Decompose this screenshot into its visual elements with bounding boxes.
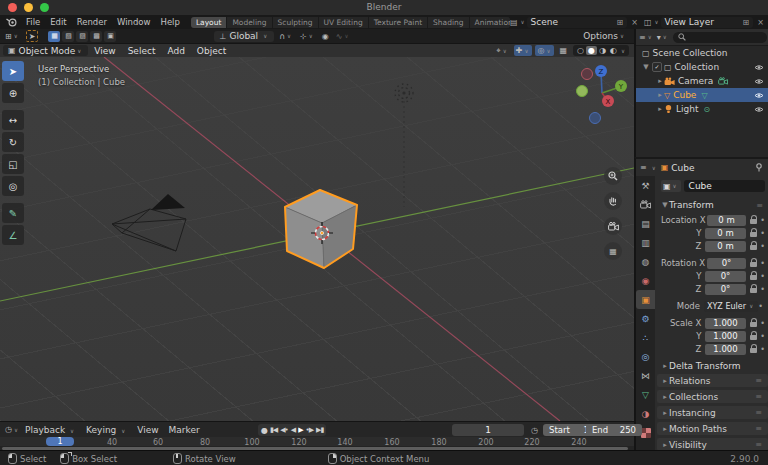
animate-dot[interactable]: •	[760, 216, 765, 225]
auto-keying-record-button[interactable]: ●	[261, 426, 267, 435]
scale-z-field[interactable]: 1.000	[705, 344, 745, 355]
timeline-editor-icon[interactable]: ◷	[5, 425, 12, 434]
annotate-tool-button[interactable]: ✎	[2, 203, 24, 223]
workspace-tab-animation[interactable]: Animation	[470, 17, 510, 28]
viewport-menu-add[interactable]: Add	[161, 46, 190, 56]
proportional-editing-button[interactable]: ◉	[320, 31, 331, 42]
lock-icon[interactable]	[749, 318, 758, 328]
minimize-window-button[interactable]	[24, 3, 33, 12]
menu-file[interactable]: File	[21, 17, 45, 27]
panel-grip-icon[interactable]: ≡	[755, 408, 762, 417]
animate-dot[interactable]: •	[760, 272, 765, 281]
pan-view-button[interactable]	[604, 192, 622, 210]
editor-type-icon[interactable]: ⊞	[5, 32, 12, 41]
play-button[interactable]: ▶	[298, 426, 302, 434]
tab-output-properties[interactable]: ▤	[636, 214, 655, 233]
rotation-x-field[interactable]: 0°	[707, 258, 746, 269]
motion-paths-panel-header[interactable]: ▸ Motion Paths ≡	[657, 422, 768, 435]
next-keyframe-button[interactable]: •▶	[306, 426, 314, 434]
select-mode-invert-button[interactable]: ▩	[90, 31, 102, 42]
camera-object[interactable]	[112, 194, 186, 251]
tab-view-layer-properties[interactable]: ▥	[636, 233, 655, 252]
cursor-tool-button[interactable]: ⊕	[2, 83, 24, 103]
outliner-row-camera[interactable]: ▸ Camera	[636, 74, 768, 88]
show-gizmo-dropdown[interactable]: ✚ ∨	[514, 45, 533, 56]
object-visibility-dropdown[interactable]: ⌖ ∨	[494, 45, 511, 56]
view-menu[interactable]: View	[132, 425, 163, 435]
navigation-gizmo[interactable]: Z Y X	[572, 63, 632, 125]
timeline-ruler[interactable]: 20 40 60 80 100 120 140 160 180 200 220 …	[0, 437, 634, 446]
tab-material-properties[interactable]: ◑	[636, 404, 655, 423]
rotation-z-field[interactable]: 0°	[705, 284, 745, 295]
outliner-row-cube-selected[interactable]: ▸ ▽ Cube ▽	[636, 88, 768, 102]
panel-grip-icon[interactable]: ≡	[755, 392, 762, 401]
outliner-row-light[interactable]: ▸ Light ⊙	[636, 102, 768, 116]
expand-arrow-icon[interactable]: ▸	[656, 91, 664, 99]
lock-icon[interactable]	[749, 241, 758, 251]
select-mode-subtract-button[interactable]: ▨	[76, 31, 88, 42]
scene-name-field[interactable]: Scene ⊞	[527, 17, 628, 28]
blender-logo-icon[interactable]	[6, 17, 17, 27]
workspace-tab-modeling[interactable]: Modeling	[227, 17, 272, 28]
camera-view-button[interactable]	[604, 217, 622, 235]
shading-rendered-button[interactable]: ◐	[608, 46, 619, 55]
new-scene-icon[interactable]: ⊞	[617, 18, 624, 27]
viewport-menu-object[interactable]: Object	[191, 46, 232, 56]
collection-checkbox[interactable]: ✓	[652, 62, 662, 72]
select-mode-set-button[interactable]: ▦	[48, 31, 60, 42]
rotation-y-field[interactable]: 0°	[705, 271, 745, 282]
select-mode-intersect-button[interactable]: ▣	[104, 31, 116, 42]
hide-camera-eye-icon[interactable]	[754, 78, 764, 85]
outliner-filter-dropdown[interactable]: ▾	[657, 33, 661, 42]
gizmo-minus-z-ball[interactable]	[590, 113, 601, 124]
jump-to-end-button[interactable]: ▶▮	[316, 426, 323, 434]
viewport-menu-select[interactable]: Select	[122, 46, 162, 56]
tab-scene-properties[interactable]: ◍	[636, 252, 655, 271]
gizmo-minus-y-ball[interactable]	[577, 86, 588, 97]
shading-wireframe-button[interactable]: ○	[575, 46, 586, 55]
animate-dot[interactable]: •	[760, 345, 765, 354]
scale-x-field[interactable]: 1.000	[705, 318, 745, 329]
pin-icon[interactable]	[755, 163, 763, 172]
jump-to-start-button[interactable]: ▮◀	[270, 426, 277, 434]
instancing-panel-header[interactable]: ▸ Instancing ≡	[657, 406, 768, 419]
tab-render-properties[interactable]	[636, 195, 655, 214]
interaction-mode-dropdown[interactable]: ▣ Object Mode ∨	[3, 45, 88, 56]
location-x-field[interactable]: 0 m	[707, 215, 746, 226]
frame-end-field[interactable]: End 250	[586, 424, 642, 436]
lock-icon[interactable]	[749, 331, 758, 341]
lock-icon[interactable]	[749, 284, 758, 294]
panel-grip-icon[interactable]: ≡	[756, 201, 763, 210]
lock-icon[interactable]	[749, 228, 758, 238]
shading-material-button[interactable]: ◑	[597, 46, 608, 55]
proportional-falloff-dropdown[interactable]: ∿ ∨	[334, 31, 353, 42]
properties-editor-icon[interactable]: ≡	[640, 163, 647, 172]
tab-world-properties[interactable]: ◉	[636, 271, 655, 290]
light-object[interactable]	[395, 84, 413, 207]
collections-panel-header[interactable]: ▸ Collections ≡	[657, 390, 768, 403]
toggle-perspective-button[interactable]: ▦	[604, 242, 622, 260]
animate-dot[interactable]: •	[760, 285, 765, 294]
hide-collection-eye-icon[interactable]	[754, 64, 764, 71]
animate-dot[interactable]: •	[758, 302, 763, 311]
scale-tool-button[interactable]: ◱	[2, 154, 24, 174]
workspace-tab-shading[interactable]: Shading	[428, 17, 469, 28]
toggle-xray-button[interactable]: ▦	[557, 45, 569, 56]
object-id-type-dropdown[interactable]: ▣ ∨	[661, 180, 681, 192]
tab-physics-properties[interactable]: ◎	[636, 347, 655, 366]
hide-light-eye-icon[interactable]	[754, 106, 764, 113]
workspace-tab-texture-paint[interactable]: Texture Paint	[369, 17, 428, 28]
maximize-window-button[interactable]	[40, 3, 49, 12]
lock-icon[interactable]	[749, 271, 758, 281]
select-mode-extend-button[interactable]: ▧	[62, 31, 74, 42]
outliner-search-input[interactable]	[673, 32, 767, 43]
animate-dot[interactable]: •	[760, 319, 765, 328]
transform-orientation-dropdown[interactable]: ⊥ Global ∨	[214, 31, 274, 42]
lock-icon[interactable]	[749, 344, 758, 354]
use-preview-range-icon[interactable]: ◷	[531, 426, 538, 435]
animate-dot[interactable]: •	[760, 229, 765, 238]
hide-cube-eye-icon[interactable]	[754, 92, 764, 99]
keying-menu[interactable]: Keying ∨	[81, 425, 132, 435]
current-frame-field[interactable]: 1	[452, 424, 524, 436]
snapping-dropdown[interactable]: ∩ ∨	[277, 31, 295, 42]
